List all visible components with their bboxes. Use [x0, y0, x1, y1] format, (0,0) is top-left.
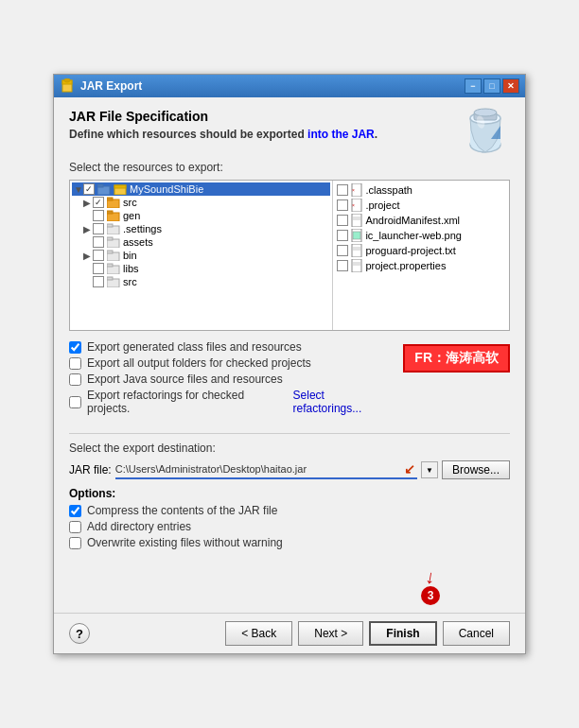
label-launcher: ic_launcher-web.png: [365, 230, 462, 241]
label-compress: Compress the contents of the JAR file: [87, 504, 277, 517]
checkbox-assets[interactable]: [93, 236, 104, 248]
toggle-mysoundshibie[interactable]: ▼: [74, 184, 83, 195]
tree-item-libs[interactable]: ▶ libs: [72, 262, 330, 275]
label-project: .project: [365, 199, 399, 211]
window-icon: [60, 78, 75, 94]
checkbox-compress[interactable]: [69, 505, 81, 517]
file-manifest: AndroidManifest.xml: [337, 213, 505, 228]
checkbox-properties[interactable]: [337, 260, 348, 271]
jar-export-window: JAR Export − □ ✕ JAR File Specification …: [53, 74, 526, 654]
tree-item-assets[interactable]: ▶ assets: [72, 235, 330, 249]
cancel-button[interactable]: Cancel: [443, 621, 510, 646]
jar-icon: [461, 105, 510, 157]
label-libs: libs: [123, 263, 139, 274]
checkbox-overwrite[interactable]: [69, 537, 81, 549]
browse-button[interactable]: Browse...: [442, 460, 510, 479]
tree-item-settings[interactable]: ▶ .settings: [72, 222, 330, 235]
checkbox-settings[interactable]: [93, 223, 104, 234]
label-gen: gen: [123, 210, 140, 221]
finish-annotation: ↓ 3: [421, 567, 440, 605]
export-options: Export generated class files and resourc…: [69, 340, 395, 418]
titlebar: JAR Export − □ ✕: [54, 75, 525, 97]
svg-rect-25: [107, 264, 113, 267]
highlight-text: into the JAR: [307, 128, 375, 141]
minimize-button[interactable]: −: [465, 78, 482, 94]
checkbox-bin[interactable]: [93, 250, 104, 261]
checkbox-directory[interactable]: [69, 521, 81, 533]
label-manifest: AndroidManifest.xml: [365, 215, 460, 226]
help-button[interactable]: ?: [69, 623, 90, 644]
file-project: × .project: [337, 198, 505, 213]
svg-rect-15: [107, 198, 113, 200]
file-properties: project.properties: [337, 258, 505, 273]
opt-row-2: Add directory entries: [69, 520, 510, 533]
label-mysoundshibie: MySoundShiBie: [130, 183, 203, 195]
checkbox-src[interactable]: [93, 197, 104, 208]
checkbox-src2[interactable]: [93, 276, 104, 287]
checkbox-java-source[interactable]: [69, 373, 81, 386]
window-controls: − □ ✕: [465, 78, 519, 94]
close-button[interactable]: ✕: [502, 78, 519, 94]
checkbox-manifest[interactable]: [337, 215, 348, 226]
tree-item-src2[interactable]: ▶ src: [72, 275, 330, 288]
svg-text:×: ×: [352, 187, 355, 193]
label-generated: Export generated class files and resourc…: [87, 340, 302, 354]
next-button[interactable]: Next >: [298, 621, 363, 646]
options-label: Options:: [69, 487, 510, 500]
file-launcher: ic_launcher-web.png: [337, 228, 505, 243]
svg-rect-17: [107, 211, 113, 214]
svg-rect-11: [97, 184, 103, 187]
toggle-settings[interactable]: ▶: [83, 224, 93, 234]
tree-item-bin[interactable]: ▶ bin: [72, 249, 330, 262]
tree-right: × .classpath × .project: [333, 181, 509, 330]
checkbox-gen[interactable]: [93, 210, 104, 221]
check-row-4: Export refactorings for checked projects…: [69, 389, 395, 415]
checkbox-generated[interactable]: [69, 341, 81, 354]
label-src2: src: [123, 276, 137, 287]
svg-rect-36: [353, 232, 360, 239]
label-java-source: Export Java source files and resources: [87, 373, 283, 386]
checkbox-refactorings[interactable]: [69, 396, 81, 408]
checkbox-project[interactable]: [337, 199, 348, 211]
fr-badge: FR：海涛高软: [403, 344, 510, 373]
page-description: Define which resources should be exporte…: [69, 128, 377, 141]
header-left: JAR File Specification Define which reso…: [69, 109, 377, 150]
checkbox-output-folders[interactable]: [69, 357, 81, 370]
select-refactorings-link[interactable]: Select refactorings...: [293, 389, 396, 415]
down-arrow: ↓: [424, 566, 436, 586]
checkbox-launcher[interactable]: [337, 230, 348, 241]
restore-button[interactable]: □: [483, 78, 500, 94]
checkbox-libs[interactable]: [93, 263, 104, 274]
checkbox-classpath[interactable]: [337, 184, 348, 196]
header-row: JAR File Specification Define which reso…: [69, 109, 510, 157]
jar-dropdown-button[interactable]: ▼: [421, 461, 438, 478]
toggle-src[interactable]: ▶: [83, 198, 93, 208]
svg-rect-13: [114, 185, 126, 188]
svg-rect-27: [107, 277, 113, 280]
svg-point-7: [474, 109, 497, 116]
tree-item-gen[interactable]: ▶ gen: [72, 209, 330, 222]
tree-item-src[interactable]: ▶ src: [72, 196, 330, 209]
svg-rect-21: [107, 237, 113, 240]
file-classpath: × .classpath: [337, 182, 505, 198]
bottom-bar: ? < Back Next > Finish Cancel: [54, 613, 525, 653]
page-title: JAR File Specification: [69, 109, 377, 124]
label-bin: bin: [123, 250, 137, 261]
back-button[interactable]: < Back: [225, 621, 292, 646]
jar-file-input[interactable]: [115, 463, 402, 475]
check-row-3: Export Java source files and resources: [69, 373, 395, 386]
jar-row: JAR file: ↙ ▼ Browse...: [69, 460, 510, 479]
finish-button[interactable]: Finish: [369, 621, 436, 646]
options-section: Options: Compress the contents of the JA…: [69, 487, 510, 549]
check-row-2: Export all output folders for checked pr…: [69, 356, 395, 370]
checkbox-mysoundshibie[interactable]: [83, 183, 95, 195]
toggle-bin[interactable]: ▶: [83, 251, 93, 261]
checkbox-proguard[interactable]: [337, 245, 348, 256]
svg-rect-40: [352, 259, 361, 272]
tree-item-mysoundshibie[interactable]: ▼ MySoundShiBie: [72, 182, 330, 196]
svg-rect-23: [107, 251, 113, 253]
svg-point-2: [64, 78, 70, 82]
divider-1: [69, 433, 510, 434]
tree-left[interactable]: ▼ MySoundShiBie ▶: [70, 181, 333, 330]
svg-rect-32: [352, 214, 361, 227]
